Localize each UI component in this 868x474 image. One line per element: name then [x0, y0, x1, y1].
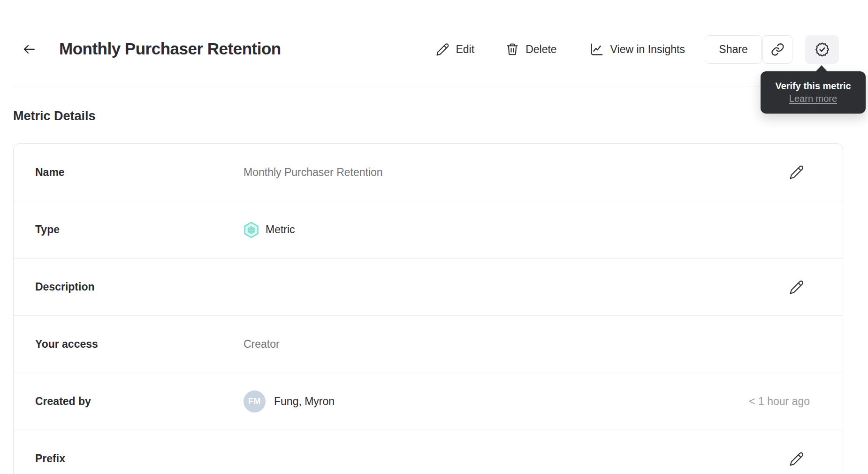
row-label: Description	[35, 281, 244, 293]
view-in-insights-label: View in Insights	[610, 43, 685, 56]
edit-name-button[interactable]	[789, 165, 804, 180]
pencil-icon	[789, 451, 804, 466]
detail-row-your-access: Your access Creator	[14, 315, 843, 373]
line-chart-icon	[589, 42, 604, 57]
pencil-icon	[789, 165, 804, 180]
your-access-value: Creator	[244, 338, 810, 351]
back-button[interactable]	[21, 41, 38, 58]
section-title: Metric Details	[13, 109, 96, 123]
metric-details-card: Name Monthly Purchaser Retention Type	[13, 143, 843, 474]
detail-row-created-by: Created by FM Fung, Myron < 1 hour ago	[14, 373, 843, 430]
detail-row-type: Type Metric	[14, 201, 843, 258]
share-button-label: Share	[719, 43, 747, 56]
pencil-icon	[436, 43, 449, 56]
trash-icon	[505, 42, 519, 56]
pencil-icon	[789, 280, 804, 295]
avatar: FM	[244, 390, 266, 413]
type-value: Metric	[266, 223, 295, 236]
view-in-insights-button[interactable]: View in Insights	[589, 42, 685, 57]
share-button-group: Share	[705, 35, 792, 64]
verify-metric-button[interactable]	[805, 35, 839, 64]
edit-button-label: Edit	[456, 43, 474, 56]
link-icon	[771, 43, 784, 56]
created-by-value: Fung, Myron	[274, 395, 335, 408]
row-label: Created by	[35, 395, 244, 408]
verify-tooltip-title: Verify this metric	[775, 81, 851, 92]
row-label: Prefix	[35, 452, 244, 465]
name-value: Monthly Purchaser Retention	[244, 166, 789, 179]
delete-button-label: Delete	[525, 43, 556, 56]
share-button[interactable]: Share	[705, 35, 762, 64]
row-label: Type	[35, 223, 244, 236]
verified-badge-icon	[814, 41, 830, 58]
verify-tooltip: Verify this metric Learn more	[761, 71, 866, 114]
page-title: Monthly Purchaser Retention	[59, 39, 281, 58]
detail-row-description: Description	[14, 258, 843, 315]
detail-row-prefix: Prefix	[14, 430, 843, 474]
delete-button[interactable]: Delete	[505, 42, 556, 56]
row-label: Name	[35, 166, 244, 179]
edit-button[interactable]: Edit	[436, 43, 474, 56]
copy-link-button[interactable]	[762, 35, 792, 64]
header-actions: Edit Delete View in Insights Share	[436, 35, 839, 64]
detail-row-name: Name Monthly Purchaser Retention	[14, 144, 843, 201]
edit-description-button[interactable]	[789, 280, 804, 295]
header-divider	[13, 86, 843, 86]
row-label: Your access	[35, 338, 244, 351]
created-timestamp: < 1 hour ago	[749, 395, 810, 408]
arrow-left-icon	[22, 42, 37, 57]
metric-hexagon-icon	[244, 222, 259, 238]
learn-more-link[interactable]: Learn more	[789, 93, 837, 104]
edit-prefix-button[interactable]	[789, 451, 804, 466]
